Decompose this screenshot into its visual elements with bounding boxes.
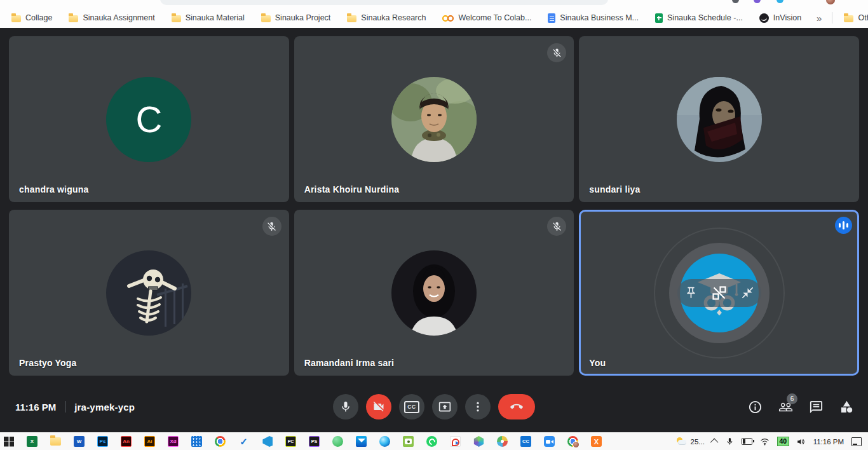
folder-icon (347, 15, 356, 22)
extension-icon[interactable] (776, 0, 783, 3)
file-explorer-icon[interactable] (50, 437, 61, 446)
divider (65, 401, 65, 412)
participant-tile-prastyo[interactable]: Prastyo Yoga (9, 210, 289, 376)
activities-button[interactable] (839, 400, 854, 414)
phpstorm-icon[interactable]: PS (309, 436, 320, 447)
calendar-app-icon[interactable] (191, 436, 202, 447)
temperature-label: 25... (691, 438, 705, 446)
more-options-button[interactable] (465, 394, 491, 419)
system-tray: 25... 40 11:16 PM (676, 437, 864, 446)
tray-overflow-chevron[interactable] (712, 439, 718, 444)
participants-button[interactable]: 6 (778, 400, 793, 414)
excel-icon[interactable]: X (27, 436, 37, 447)
present-button[interactable] (432, 394, 458, 419)
mail-icon[interactable] (356, 436, 367, 447)
chrome-icon[interactable] (215, 436, 226, 447)
participant-tile-chandra[interactable]: C chandra wiguna (9, 36, 289, 202)
participant-tile-arista[interactable]: Arista Khoiru Nurdina (294, 36, 574, 202)
avatar: C (106, 77, 191, 162)
bookmark-label: Sinauka Material (186, 13, 245, 22)
participant-name: Ramandani Irma sari (304, 358, 395, 368)
bookmark-collage[interactable]: Collage (6, 11, 57, 24)
camera-off-button[interactable] (366, 394, 391, 419)
weather-tray-item[interactable]: 25... (676, 437, 705, 446)
adobe-xd-icon[interactable]: Xd (168, 436, 179, 447)
bookmark-welcome-to-colab[interactable]: Welcome To Colab... (437, 11, 536, 24)
action-center-icon[interactable] (851, 437, 862, 446)
profile-avatar[interactable] (826, 0, 835, 4)
hexagon-app-icon[interactable] (473, 436, 484, 447)
bookmark-label: Collage (25, 13, 52, 22)
battery-percent-badge[interactable]: 40 (777, 437, 789, 446)
folder-icon (11, 15, 21, 22)
folder-icon (69, 15, 78, 22)
bookmark-invision[interactable]: InVision (754, 11, 806, 25)
wifi-tray-icon[interactable] (760, 438, 770, 446)
bookmark-sinauka-business[interactable]: Sinauka Business M... (543, 11, 644, 25)
bookmark-sinauka-research[interactable]: Sinauka Research (342, 11, 431, 24)
participant-tile-you[interactable]: You (579, 210, 859, 376)
bookmark-label: Sinauka Research (361, 13, 426, 22)
illustrator-icon[interactable]: Ai (144, 436, 155, 447)
microphone-tray-icon[interactable] (726, 437, 734, 446)
bookmark-sinauka-material[interactable]: Sinauka Material (166, 11, 250, 24)
bookmark-label: InVision (773, 13, 801, 22)
bookmark-label: Sinauka Assignment (83, 13, 154, 22)
minimize-tile-icon[interactable] (741, 286, 754, 299)
mic-muted-icon (547, 43, 566, 62)
windows-taskbar: X W Ps An Ai Xd ✓ PC PS CC X 25... (0, 432, 868, 450)
animate-icon[interactable]: An (121, 436, 132, 447)
other-bookmarks[interactable]: Other bookmarks (839, 11, 868, 24)
extension-icon[interactable] (732, 0, 739, 3)
pycharm-icon[interactable]: PC (285, 436, 296, 447)
participant-name: You (589, 358, 606, 368)
participant-name: Prastyo Yoga (19, 358, 77, 368)
bookmark-sinauka-project[interactable]: Sinauka Project (256, 11, 336, 24)
meet-control-bar: 11:16 PM jra-ymek-ycp CC (0, 381, 868, 432)
bookmarks-bar: Collage Sinauka Assignment Sinauka Mater… (0, 8, 868, 28)
remove-tile-icon[interactable] (710, 284, 728, 301)
android-emulator-icon[interactable] (332, 436, 343, 447)
word-icon[interactable]: W (74, 436, 85, 447)
microphone-button[interactable] (333, 394, 358, 419)
chrome-profile-icon[interactable] (567, 436, 578, 447)
meeting-details-button[interactable] (748, 400, 763, 414)
camtasia-icon[interactable]: CC (520, 436, 531, 447)
invision-icon (759, 13, 769, 23)
participant-tile-sundari[interactable]: sundari liya (579, 36, 859, 202)
avatar-photo (677, 77, 762, 162)
chat-button[interactable] (809, 400, 824, 414)
todo-check-icon[interactable]: ✓ (238, 436, 249, 447)
extension-icon[interactable] (754, 0, 761, 3)
photoshop-icon[interactable]: Ps (97, 436, 108, 447)
battery-tray-icon[interactable] (742, 438, 752, 445)
edge-icon[interactable] (379, 436, 390, 447)
bookmark-label: Sinauka Business M... (560, 13, 639, 22)
leave-call-button[interactable] (498, 394, 535, 419)
xampp-icon[interactable]: X (591, 436, 602, 447)
bookmark-sinauka-schedule[interactable]: Sinauka Schedule -... (650, 11, 748, 25)
avatar-initial: C (135, 98, 162, 140)
captions-button[interactable]: CC (399, 394, 424, 419)
google-docs-icon (548, 13, 555, 23)
whatsapp-icon[interactable] (426, 436, 437, 447)
participant-name: chandra wiguna (19, 184, 88, 194)
volume-tray-icon[interactable] (797, 438, 806, 446)
chevron-up-icon (710, 439, 719, 447)
screen-capture-icon[interactable] (403, 436, 414, 447)
participant-grid: C chandra wiguna (0, 28, 868, 381)
start-button[interactable] (4, 437, 14, 447)
address-bar-fragment[interactable] (160, 0, 608, 5)
bookmarks-overflow-chevron[interactable]: » (813, 13, 825, 24)
bookmark-sinauka-assignment[interactable]: Sinauka Assignment (64, 11, 159, 24)
pin-icon[interactable] (684, 286, 698, 299)
divider (832, 12, 832, 24)
folder-icon (172, 15, 181, 22)
taskbar-clock[interactable]: 11:16 PM (813, 438, 844, 446)
pinwheel-app-icon[interactable] (497, 436, 508, 447)
audio-activity-indicator (835, 217, 852, 234)
video-call-app-icon[interactable] (544, 436, 555, 447)
participant-tile-ramandani[interactable]: Ramandani Irma sari (294, 210, 574, 376)
screen-mirror-icon[interactable] (450, 436, 461, 447)
vscode-icon[interactable] (262, 436, 273, 447)
